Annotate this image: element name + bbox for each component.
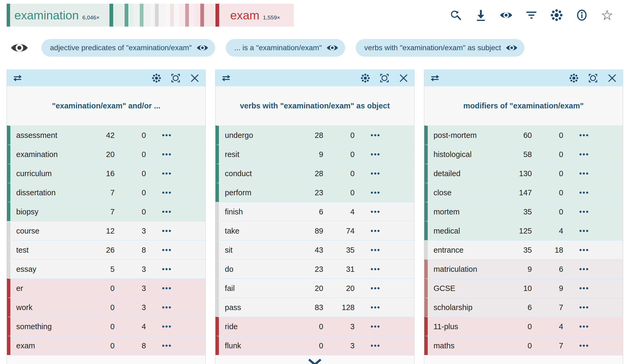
row-menu-button[interactable]: ••• <box>355 342 397 350</box>
frequency-word2[interactable]: 6 <box>532 265 563 274</box>
frequency-word1[interactable]: 0 <box>88 303 115 312</box>
frequency-word2[interactable]: 20 <box>323 284 355 293</box>
swap-columns-icon[interactable] <box>430 73 440 83</box>
collocate-word[interactable]: something <box>16 322 88 331</box>
collocate-word[interactable]: essay <box>16 265 88 274</box>
frequency-word1[interactable]: 0 <box>88 322 115 331</box>
collocate-word[interactable]: finish <box>225 208 296 216</box>
collocate-word[interactable]: resit <box>225 150 296 159</box>
collocate-word[interactable]: undergo <box>225 131 296 140</box>
frequency-word2[interactable]: 0 <box>323 188 355 197</box>
row-menu-button[interactable]: ••• <box>563 170 605 178</box>
row-menu-button[interactable]: ••• <box>355 150 397 159</box>
row-menu-button[interactable]: ••• <box>355 189 397 197</box>
frequency-word1[interactable]: 23 <box>297 265 323 274</box>
collocate-word[interactable]: ride <box>225 322 296 331</box>
frequency-word2[interactable]: 0 <box>115 208 146 216</box>
frequency-word1[interactable]: 5 <box>88 265 115 274</box>
frequency-word2[interactable]: 4 <box>323 208 355 216</box>
frequency-word2[interactable]: 9 <box>532 284 563 293</box>
frequency-word1[interactable]: 125 <box>505 227 532 235</box>
frequency-word2[interactable]: 0 <box>115 150 146 159</box>
frequency-word2[interactable]: 4 <box>532 322 563 331</box>
frequency-word2[interactable]: 0 <box>115 188 146 197</box>
row-menu-button[interactable]: ••• <box>146 323 188 331</box>
collocate-word[interactable]: exam <box>16 341 88 350</box>
show-more-chevron-icon[interactable] <box>306 359 323 364</box>
frequency-word2[interactable]: 7 <box>532 303 563 312</box>
frequency-word2[interactable]: 0 <box>532 169 563 178</box>
frequency-word2[interactable]: 3 <box>323 322 355 331</box>
collocate-word[interactable]: course <box>16 227 88 235</box>
row-menu-button[interactable]: ••• <box>355 170 397 178</box>
frequency-word1[interactable]: 89 <box>297 227 323 235</box>
row-menu-button[interactable]: ••• <box>355 208 397 216</box>
frequency-word1[interactable]: 0 <box>88 284 115 293</box>
frequency-word1[interactable]: 20 <box>297 284 323 293</box>
frequency-word2[interactable]: 0 <box>323 131 355 140</box>
collocate-word[interactable]: maths <box>434 341 505 350</box>
info-icon[interactable] <box>575 9 588 22</box>
frequency-word1[interactable]: 60 <box>505 131 532 140</box>
frequency-word1[interactable]: 42 <box>88 131 115 140</box>
maximize-panel-icon[interactable] <box>171 73 180 83</box>
frequency-word2[interactable]: 0 <box>115 131 146 140</box>
row-menu-button[interactable]: ••• <box>146 284 188 293</box>
frequency-word2[interactable]: 4 <box>532 227 563 235</box>
collocate-word[interactable]: GCSE <box>434 284 505 293</box>
frequency-word1[interactable]: 28 <box>297 169 323 178</box>
chip-adjective-predicates[interactable]: adjective predicates of "examination/exa… <box>41 39 215 57</box>
collocate-word[interactable]: mortem <box>434 208 505 216</box>
frequency-word2[interactable]: 3 <box>115 284 146 293</box>
row-menu-button[interactable]: ••• <box>563 246 605 254</box>
frequency-word1[interactable]: 0 <box>297 322 323 331</box>
chip-visibility-eye-icon[interactable] <box>506 44 518 52</box>
swap-columns-icon[interactable] <box>13 73 22 83</box>
frequency-word2[interactable]: 0 <box>532 131 563 140</box>
collocate-word[interactable]: entrance <box>434 246 505 255</box>
row-menu-button[interactable]: ••• <box>355 303 397 312</box>
close-panel-icon[interactable] <box>399 73 408 83</box>
row-menu-button[interactable]: ••• <box>355 131 397 139</box>
frequency-word1[interactable]: 26 <box>88 246 115 255</box>
frequency-word1[interactable]: 0 <box>505 322 532 331</box>
close-panel-icon[interactable] <box>190 73 200 83</box>
chip-verbs-as-subject[interactable]: verbs with "examination/exam" as subject <box>356 39 524 57</box>
collocate-word[interactable]: flunk <box>225 341 296 350</box>
frequency-word2[interactable]: 0 <box>532 150 563 159</box>
row-menu-button[interactable]: ••• <box>563 303 605 312</box>
collocate-word[interactable]: detailed <box>434 169 505 178</box>
favourite-star-icon[interactable]: ☆ <box>601 9 613 22</box>
frequency-word1[interactable]: 9 <box>505 265 532 274</box>
row-menu-button[interactable]: ••• <box>355 284 397 293</box>
frequency-word2[interactable]: 0 <box>323 150 355 159</box>
panel-word-sketch-dots-icon[interactable] <box>569 73 579 83</box>
frequency-word1[interactable]: 16 <box>88 169 115 178</box>
row-menu-button[interactable]: ••• <box>563 227 605 235</box>
frequency-word2[interactable]: 18 <box>532 246 563 255</box>
collocate-word[interactable]: pass <box>225 303 296 312</box>
collocate-word[interactable]: sit <box>225 246 296 255</box>
frequency-word1[interactable]: 6 <box>297 208 323 216</box>
chip-visibility-eye-icon[interactable] <box>327 44 338 52</box>
row-menu-button[interactable]: ••• <box>146 170 188 178</box>
collocate-word[interactable]: er <box>16 284 88 293</box>
collocate-word[interactable]: close <box>434 188 505 197</box>
row-menu-button[interactable]: ••• <box>146 246 188 254</box>
frequency-word2[interactable]: 3 <box>115 265 146 274</box>
row-menu-button[interactable]: ••• <box>563 323 605 331</box>
row-menu-button[interactable]: ••• <box>146 227 188 235</box>
panel-word-sketch-dots-icon[interactable] <box>361 73 370 83</box>
frequency-word1[interactable]: 28 <box>297 131 323 140</box>
collocate-word[interactable]: biopsy <box>16 208 88 216</box>
frequency-word1[interactable]: 0 <box>88 341 115 350</box>
frequency-word2[interactable]: 0 <box>532 188 563 197</box>
frequency-word1[interactable]: 23 <box>297 188 323 197</box>
row-menu-button[interactable]: ••• <box>146 303 188 312</box>
row-menu-button[interactable]: ••• <box>355 265 397 273</box>
frequency-word1[interactable]: 0 <box>297 341 323 350</box>
frequency-word1[interactable]: 9 <box>297 150 323 159</box>
frequency-word1[interactable]: 7 <box>88 208 115 216</box>
swap-columns-icon[interactable] <box>221 73 231 83</box>
collocate-word[interactable]: examination <box>16 150 88 159</box>
